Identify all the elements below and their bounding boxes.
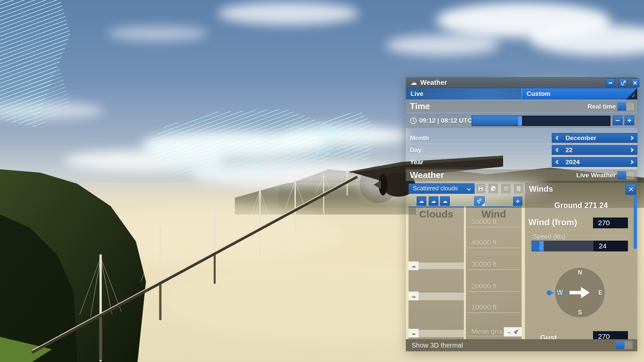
month-prev-icon[interactable] bbox=[555, 136, 560, 140]
speed-slider-fill bbox=[532, 241, 539, 251]
year-next-icon[interactable] bbox=[629, 160, 634, 164]
day-prev-icon[interactable] bbox=[555, 148, 560, 152]
preset-settings-button[interactable]: ⚙ bbox=[501, 184, 511, 193]
delete-preset-button[interactable] bbox=[514, 184, 524, 193]
cloud-icon: ☁ bbox=[442, 198, 447, 204]
cloud-layer-handle[interactable]: ☁ bbox=[409, 261, 419, 270]
weather-title: Weather bbox=[410, 170, 444, 180]
altitude-divider bbox=[467, 269, 520, 270]
day-selector[interactable]: 22 bbox=[552, 145, 637, 155]
altitude-label-30000: 30000 ft bbox=[471, 260, 497, 268]
month-value: December bbox=[566, 134, 596, 142]
altitude-label-20000: 20000 ft bbox=[471, 282, 497, 290]
window-titlebar[interactable]: ☁ Weather bbox=[406, 77, 637, 88]
cloud-layer-slider-2: ☁ bbox=[409, 292, 464, 300]
month-label: Month bbox=[410, 134, 429, 142]
month-selector[interactable]: December bbox=[552, 133, 637, 143]
wind-direction-arrow-icon[interactable] bbox=[569, 285, 591, 300]
gear-icon: ⚙ bbox=[503, 185, 508, 192]
cloud-layer-slider-1: ☁ bbox=[409, 261, 464, 270]
tab-custom[interactable]: Custom ✓ bbox=[522, 88, 637, 100]
compass-east-label: E bbox=[598, 289, 602, 296]
save-preset-button[interactable] bbox=[476, 184, 485, 193]
close-icon bbox=[629, 187, 634, 192]
wind-icon bbox=[514, 330, 519, 334]
altitude-label-40000: 40000 ft bbox=[471, 239, 497, 247]
real-time-toggle[interactable] bbox=[617, 102, 635, 111]
altitude-divider bbox=[467, 248, 520, 248]
compass-north-label: N bbox=[578, 269, 582, 276]
year-label: Year bbox=[410, 159, 423, 166]
show-3d-thermal-toggle[interactable] bbox=[615, 341, 633, 349]
cloud-layer-bar[interactable] bbox=[418, 330, 464, 337]
close-icon bbox=[633, 81, 637, 85]
day-row: Day 22 bbox=[406, 144, 637, 156]
time-slider[interactable] bbox=[472, 116, 610, 126]
time-title: Time bbox=[410, 101, 430, 112]
wind-from-label: Wind (from) bbox=[528, 217, 577, 228]
wind-column-underline bbox=[466, 206, 522, 207]
cloud-layer-handle[interactable]: ☁ bbox=[409, 329, 419, 338]
weather-window: ☁ Weather Live Custom ✓ bbox=[406, 77, 637, 351]
ground-wind-summary: Ground 271 24 bbox=[525, 201, 637, 210]
year-selector[interactable]: 2024 bbox=[552, 157, 637, 167]
arrow-right-icon: → bbox=[506, 329, 512, 335]
copy-preset-button[interactable] bbox=[488, 184, 498, 193]
gust-input[interactable]: 270 bbox=[593, 331, 628, 339]
winds-close-button[interactable] bbox=[626, 184, 636, 195]
real-time-toggle-knob bbox=[618, 103, 626, 111]
cloud-layer-3-button[interactable]: ☁ bbox=[440, 196, 450, 206]
game-viewport: ☁ Weather Live Custom ✓ bbox=[0, 0, 644, 362]
compass-south-label: S bbox=[578, 309, 582, 316]
weather-section-header: Weather Live Weather bbox=[406, 169, 637, 181]
year-value: 2024 bbox=[566, 159, 580, 166]
mean-ground-wind-button[interactable]: → bbox=[504, 327, 522, 337]
clock-icon bbox=[410, 117, 417, 124]
close-button[interactable] bbox=[631, 78, 639, 87]
altitude-divider bbox=[467, 312, 520, 313]
speed-label: Speed (kts) bbox=[533, 233, 566, 240]
time-slider-handle[interactable] bbox=[518, 116, 522, 126]
show-3d-thermal-label: Show 3D thermal bbox=[412, 342, 463, 349]
day-next-icon[interactable] bbox=[629, 148, 634, 152]
preset-value: Scattered clouds bbox=[413, 185, 458, 192]
cloud-layer-bar[interactable] bbox=[418, 293, 464, 300]
winds-title: Winds bbox=[529, 184, 553, 194]
live-weather-label: Live Weather bbox=[576, 172, 616, 179]
clouds-column-underline bbox=[409, 206, 464, 207]
altitude-label-10000: 10000 ft bbox=[471, 303, 497, 311]
window-title: Weather bbox=[420, 79, 447, 86]
popout-icon bbox=[621, 80, 626, 85]
add-layer-button[interactable]: + bbox=[513, 197, 522, 206]
speed-slider[interactable] bbox=[532, 241, 594, 251]
time-minus-button[interactable]: − bbox=[613, 116, 623, 125]
cloud-layer-1-button[interactable]: ☁ bbox=[417, 196, 426, 206]
selected-fold bbox=[482, 203, 485, 206]
wind-from-input[interactable]: 270 bbox=[593, 218, 628, 228]
clouds-column-title: Clouds bbox=[409, 208, 464, 220]
speed-value-input[interactable]: 24 bbox=[594, 241, 628, 251]
preset-dropdown[interactable]: Scattered clouds bbox=[409, 183, 475, 194]
cloud-layer-2-button[interactable]: ☁ bbox=[429, 196, 438, 206]
wind-direction-handle[interactable] bbox=[547, 290, 552, 295]
tab-live[interactable]: Live bbox=[406, 88, 522, 100]
time-plus-button[interactable]: + bbox=[625, 116, 634, 125]
cloud-layer-handle[interactable]: ☁ bbox=[409, 292, 419, 300]
minimize-button[interactable] bbox=[606, 78, 615, 87]
speed-slider-handle[interactable] bbox=[539, 241, 544, 251]
year-prev-icon[interactable] bbox=[555, 160, 560, 164]
chevron-down-icon bbox=[467, 187, 471, 190]
wind-layer-button[interactable] bbox=[474, 196, 485, 206]
month-next-icon[interactable] bbox=[629, 136, 634, 140]
altitude-divider bbox=[467, 227, 520, 227]
bottom-bar: Show 3D thermal bbox=[406, 339, 637, 351]
cloud-icon: ☁ bbox=[431, 198, 436, 204]
wind-column[interactable]: Wind 50000 ft 40000 ft 30000 ft 20000 ft… bbox=[466, 208, 522, 339]
day-label: Day bbox=[410, 146, 422, 154]
wind-direction-dash-line bbox=[552, 292, 569, 293]
live-weather-toggle[interactable] bbox=[617, 171, 635, 180]
cloud-layer-bar[interactable] bbox=[418, 262, 464, 269]
clouds-column[interactable]: Clouds ☁ ☁ ☁ bbox=[409, 208, 464, 339]
tab-live-label: Live bbox=[411, 90, 423, 98]
popout-button[interactable] bbox=[619, 78, 628, 87]
